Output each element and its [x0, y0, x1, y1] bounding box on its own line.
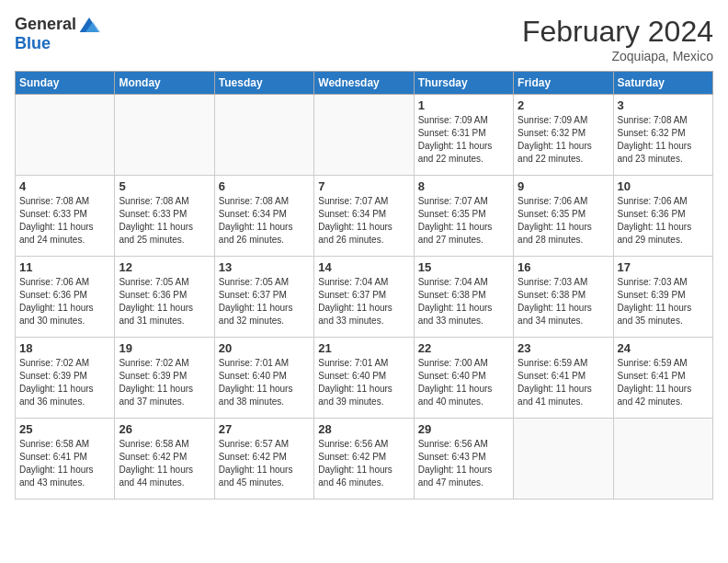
table-row: 12Sunrise: 7:05 AMSunset: 6:36 PMDayligh…: [115, 257, 214, 338]
month-title: February 2024: [522, 15, 713, 49]
day-number: 18: [19, 341, 110, 355]
day-number: 2: [518, 98, 609, 112]
day-info: Sunrise: 7:09 AMSunset: 6:32 PMDaylight:…: [518, 114, 609, 166]
calendar-week-row: 25Sunrise: 6:58 AMSunset: 6:41 PMDayligh…: [16, 419, 713, 500]
day-number: 11: [19, 260, 110, 274]
day-info: Sunrise: 7:06 AMSunset: 6:36 PMDaylight:…: [618, 195, 709, 247]
day-number: 23: [518, 341, 609, 355]
day-info: Sunrise: 6:59 AMSunset: 6:41 PMDaylight:…: [618, 357, 709, 408]
calendar-week-row: 18Sunrise: 7:02 AMSunset: 6:39 PMDayligh…: [16, 338, 713, 419]
day-info: Sunrise: 7:01 AMSunset: 6:40 PMDaylight:…: [219, 357, 310, 408]
table-row: 25Sunrise: 6:58 AMSunset: 6:41 PMDayligh…: [16, 419, 115, 500]
day-number: 21: [318, 341, 409, 355]
day-info: Sunrise: 6:58 AMSunset: 6:42 PMDaylight:…: [119, 438, 210, 489]
table-row: 19Sunrise: 7:02 AMSunset: 6:39 PMDayligh…: [115, 338, 214, 419]
day-number: 14: [318, 260, 409, 274]
day-info: Sunrise: 7:00 AMSunset: 6:40 PMDaylight:…: [418, 357, 509, 408]
table-row: [115, 95, 214, 176]
table-row: 13Sunrise: 7:05 AMSunset: 6:37 PMDayligh…: [214, 257, 313, 338]
day-number: 6: [219, 179, 310, 193]
day-info: Sunrise: 7:08 AMSunset: 6:32 PMDaylight:…: [618, 114, 709, 166]
table-row: 9Sunrise: 7:06 AMSunset: 6:35 PMDaylight…: [514, 176, 613, 257]
table-row: 22Sunrise: 7:00 AMSunset: 6:40 PMDayligh…: [414, 338, 513, 419]
day-info: Sunrise: 7:05 AMSunset: 6:37 PMDaylight:…: [219, 276, 310, 327]
day-number: 13: [219, 260, 310, 274]
table-row: 7Sunrise: 7:07 AMSunset: 6:34 PMDaylight…: [314, 176, 414, 257]
table-row: 5Sunrise: 7:08 AMSunset: 6:33 PMDaylight…: [115, 176, 214, 257]
day-info: Sunrise: 7:07 AMSunset: 6:35 PMDaylight:…: [418, 195, 509, 247]
table-row: [314, 95, 414, 176]
table-row: 18Sunrise: 7:02 AMSunset: 6:39 PMDayligh…: [16, 338, 115, 419]
day-number: 24: [618, 341, 709, 355]
location-subtitle: Zoquiapa, Mexico: [522, 49, 713, 63]
day-info: Sunrise: 7:04 AMSunset: 6:37 PMDaylight:…: [318, 276, 409, 327]
header-tuesday: Tuesday: [214, 72, 313, 95]
day-number: 7: [318, 179, 409, 193]
table-row: 6Sunrise: 7:08 AMSunset: 6:34 PMDaylight…: [214, 176, 313, 257]
day-info: Sunrise: 7:08 AMSunset: 6:33 PMDaylight:…: [19, 195, 110, 247]
day-info: Sunrise: 7:03 AMSunset: 6:39 PMDaylight:…: [618, 276, 709, 327]
table-row: 20Sunrise: 7:01 AMSunset: 6:40 PMDayligh…: [214, 338, 313, 419]
day-info: Sunrise: 7:04 AMSunset: 6:38 PMDaylight:…: [418, 276, 509, 327]
logo-icon: [78, 16, 100, 34]
title-section: February 2024 Zoquiapa, Mexico: [522, 15, 713, 63]
day-number: 28: [318, 422, 409, 436]
day-number: 25: [19, 422, 110, 436]
day-number: 15: [418, 260, 509, 274]
day-number: 10: [618, 179, 709, 193]
calendar-table: Sunday Monday Tuesday Wednesday Thursday…: [15, 71, 713, 500]
table-row: [214, 95, 313, 176]
day-number: 9: [518, 179, 609, 193]
day-number: 19: [119, 341, 210, 355]
day-info: Sunrise: 7:08 AMSunset: 6:34 PMDaylight:…: [219, 195, 310, 247]
day-info: Sunrise: 6:56 AMSunset: 6:42 PMDaylight:…: [318, 438, 409, 489]
table-row: 23Sunrise: 6:59 AMSunset: 6:41 PMDayligh…: [514, 338, 613, 419]
day-info: Sunrise: 6:57 AMSunset: 6:42 PMDaylight:…: [219, 438, 310, 489]
day-info: Sunrise: 6:56 AMSunset: 6:43 PMDaylight:…: [418, 438, 509, 489]
table-row: 28Sunrise: 6:56 AMSunset: 6:42 PMDayligh…: [314, 419, 414, 500]
table-row: 29Sunrise: 6:56 AMSunset: 6:43 PMDayligh…: [414, 419, 513, 500]
day-number: 3: [618, 98, 709, 112]
calendar-week-row: 1Sunrise: 7:09 AMSunset: 6:31 PMDaylight…: [16, 95, 713, 176]
logo: General Blue: [15, 15, 100, 53]
day-number: 8: [418, 179, 509, 193]
day-number: 12: [119, 260, 210, 274]
day-number: 27: [219, 422, 310, 436]
header-monday: Monday: [115, 72, 214, 95]
table-row: 27Sunrise: 6:57 AMSunset: 6:42 PMDayligh…: [214, 419, 313, 500]
logo-blue-text: Blue: [15, 34, 51, 53]
day-info: Sunrise: 6:59 AMSunset: 6:41 PMDaylight:…: [518, 357, 609, 408]
table-row: 17Sunrise: 7:03 AMSunset: 6:39 PMDayligh…: [613, 257, 712, 338]
header-thursday: Thursday: [414, 72, 513, 95]
day-info: Sunrise: 7:02 AMSunset: 6:39 PMDaylight:…: [119, 357, 210, 408]
calendar-week-row: 11Sunrise: 7:06 AMSunset: 6:36 PMDayligh…: [16, 257, 713, 338]
table-row: [613, 419, 712, 500]
table-row: 11Sunrise: 7:06 AMSunset: 6:36 PMDayligh…: [16, 257, 115, 338]
day-info: Sunrise: 7:02 AMSunset: 6:39 PMDaylight:…: [19, 357, 110, 408]
calendar-week-row: 4Sunrise: 7:08 AMSunset: 6:33 PMDaylight…: [16, 176, 713, 257]
table-row: 2Sunrise: 7:09 AMSunset: 6:32 PMDaylight…: [514, 95, 613, 176]
day-info: Sunrise: 7:08 AMSunset: 6:33 PMDaylight:…: [119, 195, 210, 247]
table-row: 21Sunrise: 7:01 AMSunset: 6:40 PMDayligh…: [314, 338, 414, 419]
day-info: Sunrise: 7:05 AMSunset: 6:36 PMDaylight:…: [119, 276, 210, 327]
table-row: [16, 95, 115, 176]
day-number: 4: [19, 179, 110, 193]
header-wednesday: Wednesday: [314, 72, 414, 95]
day-number: 1: [418, 98, 509, 112]
day-number: 5: [119, 179, 210, 193]
day-info: Sunrise: 7:09 AMSunset: 6:31 PMDaylight:…: [418, 114, 509, 166]
day-number: 26: [119, 422, 210, 436]
table-row: [514, 419, 613, 500]
day-info: Sunrise: 7:01 AMSunset: 6:40 PMDaylight:…: [318, 357, 409, 408]
header-friday: Friday: [514, 72, 613, 95]
table-row: 14Sunrise: 7:04 AMSunset: 6:37 PMDayligh…: [314, 257, 414, 338]
page-header: General Blue February 2024 Zoquiapa, Mex…: [15, 15, 713, 63]
table-row: 26Sunrise: 6:58 AMSunset: 6:42 PMDayligh…: [115, 419, 214, 500]
day-number: 16: [518, 260, 609, 274]
header-sunday: Sunday: [16, 72, 115, 95]
day-info: Sunrise: 6:58 AMSunset: 6:41 PMDaylight:…: [19, 438, 110, 489]
day-number: 20: [219, 341, 310, 355]
table-row: 24Sunrise: 6:59 AMSunset: 6:41 PMDayligh…: [613, 338, 712, 419]
table-row: 4Sunrise: 7:08 AMSunset: 6:33 PMDaylight…: [16, 176, 115, 257]
day-number: 17: [618, 260, 709, 274]
